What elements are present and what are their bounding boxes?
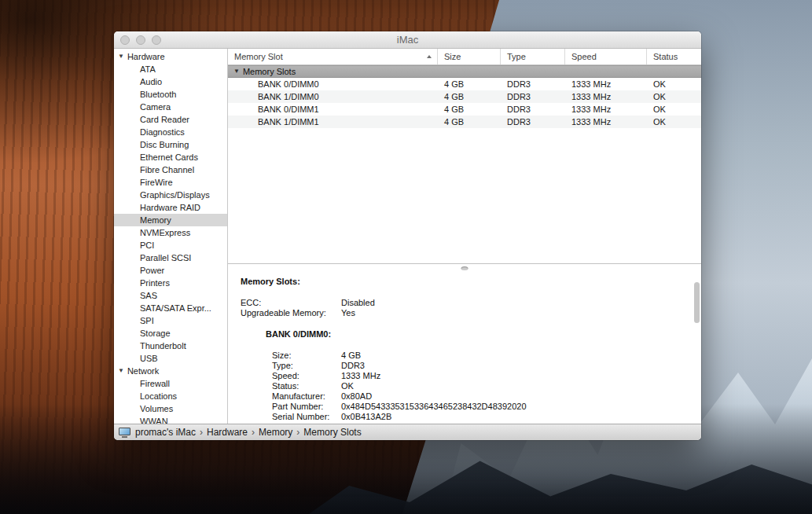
sidebar-section-label: Hardware: [127, 50, 165, 63]
column-header-type[interactable]: Type: [501, 49, 565, 64]
cell-speed: 1333 MHz: [565, 78, 647, 90]
bank-heading: BANK 0/DIMM0:: [266, 329, 331, 340]
sidebar-item-fibre-channel[interactable]: Fibre Channel: [114, 163, 227, 176]
sidebar-section-hardware[interactable]: ▼Hardware: [114, 50, 227, 63]
table-row[interactable]: BANK 0/DIMM04 GBDDR31333 MHzOK: [228, 78, 701, 90]
detail-label: Type:: [272, 361, 293, 371]
computer-icon-screen: [119, 428, 130, 435]
detail-row: Upgradeable Memory:Yes: [228, 308, 701, 318]
window-title: iMac: [397, 34, 418, 46]
detail-value: 1333 MHz: [341, 371, 380, 381]
detail-row: Part Number:0x484D5433353153364346523843…: [228, 402, 701, 412]
sidebar-item-storage[interactable]: Storage: [114, 327, 227, 340]
sidebar-item-power[interactable]: Power: [114, 264, 227, 277]
table-row[interactable]: BANK 1/DIMM14 GBDDR31333 MHzOK: [228, 116, 701, 128]
sidebar-item-printers[interactable]: Printers: [114, 277, 227, 289]
detail-label: Speed:: [272, 371, 299, 381]
sidebar-item-bluetooth[interactable]: Bluetooth: [114, 88, 227, 101]
sidebar-item-card-reader[interactable]: Card Reader: [114, 113, 227, 126]
cell-speed: 1333 MHz: [565, 90, 647, 103]
sidebar-item-spi[interactable]: SPI: [114, 314, 227, 327]
sidebar-item-sata-sata-expr[interactable]: SATA/SATA Expr...: [114, 302, 227, 314]
detail-value: DDR3: [341, 361, 365, 371]
disclosure-triangle-icon: ▼: [233, 68, 240, 75]
sidebar-item-disc-burning[interactable]: Disc Burning: [114, 138, 227, 151]
disclosure-triangle-icon: ▼: [118, 368, 124, 374]
sidebar-item-audio[interactable]: Audio: [114, 75, 227, 88]
pane-splitter[interactable]: [228, 263, 701, 273]
sidebar-item-thunderbolt[interactable]: Thunderbolt: [114, 340, 227, 352]
detail-value: Yes: [341, 308, 355, 318]
cell-memory-slot: BANK 0/DIMM0: [228, 78, 438, 90]
table-row[interactable]: BANK 1/DIMM04 GBDDR31333 MHzOK: [228, 90, 701, 103]
sidebar-item-sas[interactable]: SAS: [114, 289, 227, 302]
sidebar-section-network[interactable]: ▼Network: [114, 365, 227, 377]
detail-value: OK: [341, 381, 354, 391]
zoom-button[interactable]: [152, 35, 161, 45]
sidebar-item-firewall[interactable]: Firewall: [114, 377, 227, 390]
cell-size: 4 GB: [438, 103, 501, 116]
sidebar-item-parallel-scsi[interactable]: Parallel SCSI: [114, 251, 227, 264]
sidebar-item-locations[interactable]: Locations: [114, 390, 227, 402]
sidebar-item-firewire[interactable]: FireWire: [114, 176, 227, 189]
status-bar: promac's iMac›Hardware›Memory›Memory Slo…: [114, 424, 701, 440]
sidebar-item-volumes[interactable]: Volumes: [114, 402, 227, 415]
sidebar-item-wwan[interactable]: WWAN: [114, 415, 227, 424]
table-row[interactable]: BANK 0/DIMM14 GBDDR31333 MHzOK: [228, 103, 701, 116]
titlebar[interactable]: iMac: [114, 31, 701, 49]
breadcrumb: promac's iMac›Hardware›Memory›Memory Slo…: [135, 427, 362, 438]
breadcrumb-item-memory[interactable]: Memory: [259, 427, 292, 438]
details-bank-fields: Size:4 GBType:DDR3Speed:1333 MHzStatus:O…: [228, 351, 701, 422]
column-header-label: Size: [444, 52, 461, 61]
breadcrumb-item-promac-s-imac[interactable]: promac's iMac: [135, 427, 196, 438]
detail-label: ECC:: [241, 298, 261, 308]
cell-type: DDR3: [501, 103, 565, 116]
cell-type: DDR3: [501, 90, 565, 103]
cell-memory-slot: BANK 1/DIMM0: [228, 90, 438, 103]
computer-icon-stand: [122, 436, 127, 438]
cell-status: OK: [647, 116, 701, 128]
cell-speed: 1333 MHz: [565, 103, 647, 116]
detail-value: 4 GB: [341, 351, 361, 361]
minimize-button[interactable]: [136, 35, 145, 45]
scrollbar-thumb[interactable]: [694, 282, 700, 323]
sidebar-item-hardware-raid[interactable]: Hardware RAID: [114, 201, 227, 214]
traffic-lights: [120, 35, 161, 45]
details-pane: Memory Slots:ECC:DisabledUpgradeable Mem…: [228, 273, 701, 424]
cell-status: OK: [647, 78, 701, 90]
column-header-size[interactable]: Size: [438, 49, 501, 64]
column-header-status[interactable]: Status: [647, 49, 701, 64]
sidebar: ▼HardwareATAAudioBluetoothCameraCard Rea…: [114, 49, 227, 424]
sidebar-item-nvmexpress[interactable]: NVMExpress: [114, 226, 227, 239]
cell-size: 4 GB: [438, 116, 501, 128]
breadcrumb-separator: ›: [248, 427, 259, 438]
column-header-label: Type: [507, 52, 526, 61]
detail-row: Type:DDR3: [228, 361, 701, 371]
detail-value: 0x0B413A2B: [341, 412, 391, 422]
column-header-label: Speed: [571, 52, 597, 61]
column-header-label: Memory Slot: [234, 52, 283, 61]
sidebar-item-ata[interactable]: ATA: [114, 63, 227, 75]
sidebar-item-usb[interactable]: USB: [114, 352, 227, 365]
sidebar-item-diagnostics[interactable]: Diagnostics: [114, 126, 227, 138]
detail-value: 0x484D54333531533643465238432D48392020: [341, 402, 527, 412]
column-header-memory-slot[interactable]: Memory Slot: [228, 49, 438, 64]
breadcrumb-item-memory-slots[interactable]: Memory Slots: [303, 427, 361, 438]
close-button[interactable]: [120, 35, 130, 45]
column-header-speed[interactable]: Speed: [565, 49, 647, 64]
main-pane: Memory SlotSizeTypeSpeedStatus ▼ Memory …: [227, 49, 701, 424]
cell-type: DDR3: [501, 78, 565, 90]
sidebar-item-camera[interactable]: Camera: [114, 101, 227, 113]
breadcrumb-separator: ›: [196, 427, 207, 438]
memory-slots-group-row[interactable]: ▼ Memory Slots: [228, 65, 701, 78]
sidebar-item-pci[interactable]: PCI: [114, 239, 227, 251]
sidebar-item-graphics-displays[interactable]: Graphics/Displays: [114, 189, 227, 201]
detail-row: Status:OK: [228, 381, 701, 391]
detail-label: Size:: [272, 351, 291, 361]
sidebar-item-memory[interactable]: Memory: [114, 214, 227, 226]
window-content: ▼HardwareATAAudioBluetoothCameraCard Rea…: [114, 49, 701, 424]
breadcrumb-item-hardware[interactable]: Hardware: [207, 427, 248, 438]
details-heading: Memory Slots:: [241, 277, 300, 287]
sidebar-item-ethernet-cards[interactable]: Ethernet Cards: [114, 151, 227, 163]
detail-label: Serial Number:: [272, 412, 329, 422]
